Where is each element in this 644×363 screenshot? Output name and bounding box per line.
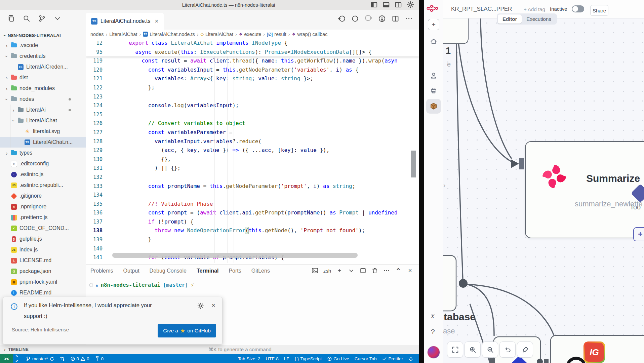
explorer-item--[interactable]: ✓CODE_OF_COND... <box>0 223 86 234</box>
cut-node-top[interactable] <box>443 18 469 44</box>
code-line[interactable]: 138 throw new NodeOperationError(this.ge… <box>86 226 419 235</box>
explorer-item--iteral-i-reden-[interactable]: TSLiteralAiCreden... <box>0 62 86 72</box>
status-item[interactable] <box>57 354 68 363</box>
zoom-out-button[interactable] <box>482 341 498 358</box>
notification-close-icon[interactable]: × <box>211 301 215 309</box>
tab-executions[interactable]: Executions <box>522 14 556 24</box>
add-tag-button[interactable]: + Add tag <box>524 6 545 12</box>
plus-icon[interactable]: + <box>336 267 343 274</box>
code-line[interactable]: 121 variables: Array<{ key: string; valu… <box>86 74 419 83</box>
status-item[interactable] <box>406 354 416 363</box>
package-icon[interactable] <box>430 103 437 110</box>
split-editor-icon[interactable] <box>360 267 366 274</box>
explorer-item--editorconfig[interactable]: e.editorconfig <box>0 158 86 169</box>
sticky-line[interactable]: 95 async execute(this: IExecuteFunctions… <box>86 48 419 57</box>
code-line[interactable]: 127 const variablesParameter = <box>86 128 419 137</box>
notification-gear-icon[interactable] <box>197 302 204 309</box>
copy-icon[interactable] <box>7 15 15 22</box>
explorer-item--vscode[interactable]: ›.vscode <box>0 40 86 51</box>
fit-view-button[interactable] <box>447 341 463 358</box>
explorer-item-gulpfile-js[interactable]: ggulpfile.js <box>0 234 86 244</box>
explorer-item-literalai-svg[interactable]: ✳literalai.svg <box>0 126 86 137</box>
tab-editor[interactable]: Editor <box>498 14 522 24</box>
breadcrumb-item[interactable]: ◇LiteralAiChat <box>201 32 233 37</box>
trash-icon[interactable] <box>371 267 378 274</box>
code-line[interactable]: 131 ) || {}; <box>86 164 419 173</box>
panel-tab-terminal[interactable]: Terminal <box>197 268 219 276</box>
history-back-icon[interactable] <box>338 15 346 23</box>
explorer-item--prettierrc-js[interactable]: .prettierrc.js <box>0 212 86 223</box>
code-line[interactable]: 120 const variablesInput = this.getNodeP… <box>86 66 419 75</box>
circle-icon[interactable] <box>351 15 359 23</box>
code-line[interactable]: 132 <box>86 173 419 182</box>
code-line[interactable]: 137 if (!prompt) { <box>86 217 419 227</box>
undo-button[interactable] <box>499 341 516 358</box>
explorer-item-nodes[interactable]: ›nodes <box>0 94 86 105</box>
horizontal-scrollbar[interactable] <box>112 253 358 258</box>
status-item[interactable]: 00 <box>68 354 92 363</box>
explorer-item-index-js[interactable]: JSindex.js <box>0 244 86 255</box>
explorer-item--iteral-i-hat-n-[interactable]: TSLiteralAiChat.n... <box>0 137 86 148</box>
status-item[interactable]: LF <box>281 354 292 363</box>
code-line[interactable]: 133 const promptName = this.getNodeParam… <box>86 182 419 191</box>
printer-icon[interactable] <box>430 87 437 94</box>
explorer-item-credentials[interactable]: ›credentials <box>0 51 86 62</box>
layout-sidebar-left-icon[interactable] <box>370 1 378 8</box>
remote-indicator[interactable]: >< <box>0 354 13 363</box>
code-line[interactable]: 119 const result = await client.thread({… <box>86 56 419 66</box>
breadcrumb-item[interactable]: ❖execute <box>239 32 261 37</box>
run-icon[interactable] <box>378 15 386 23</box>
code-line[interactable]: 122 }; <box>86 83 419 92</box>
chevron-down-icon[interactable] <box>54 15 61 22</box>
status-item[interactable]: 0 <box>92 354 107 363</box>
explorer-item--iteral-i-hat[interactable]: ›LiteralAiChat <box>0 115 86 126</box>
status-item[interactable]: UTF-8 <box>263 354 281 363</box>
breadcrumb-item[interactable]: TSLiteralAiChat.node.ts <box>143 32 195 37</box>
more-icon[interactable] <box>383 267 390 274</box>
status-item[interactable]: Tab Size: 2 <box>235 354 263 363</box>
close-icon[interactable]: × <box>407 267 413 274</box>
status-item[interactable]: >< <box>13 354 23 363</box>
code-line[interactable]: 136 const prompt = (await client.api.get… <box>86 208 419 217</box>
code-line[interactable]: 128 variablesInput.variables?.reduce( <box>86 137 419 146</box>
code-line[interactable]: 129 (acc, { key, value }) => ({ ...acc, … <box>86 146 419 155</box>
workflow-title[interactable]: KR_RPT_SLAC...PPER <box>451 6 512 12</box>
zoom-in-button[interactable] <box>465 341 481 358</box>
code-line[interactable]: 135 //! Validation Phase <box>86 200 419 209</box>
status-item[interactable]: Prettier <box>379 354 406 363</box>
status-item[interactable]: { }TypeScript <box>292 354 325 363</box>
explorer-item-dist[interactable]: ›dist <box>0 72 86 83</box>
chevdn-icon[interactable] <box>348 267 355 274</box>
explorer-item-package-json[interactable]: {}package.json <box>0 266 86 277</box>
sticky-line[interactable]: 12export class LiteralAiChat implements … <box>86 39 419 48</box>
node-summarize[interactable]: Summarize summarize_newlette <box>525 141 644 238</box>
add-tool-button[interactable]: + <box>633 227 644 241</box>
status-item[interactable]: Go Live <box>324 354 352 363</box>
source-control-icon[interactable] <box>38 15 46 22</box>
tab-literalaichat-node-ts[interactable]: TS LiteralAiChat.node.ts × <box>86 13 164 30</box>
explorer-item--iteral-i[interactable]: ›LiteralAi <box>0 105 86 115</box>
explorer-item-types[interactable]: ›types <box>0 148 86 158</box>
code-editor[interactable]: 12export class LiteralAiChat implements … <box>86 39 419 264</box>
split-editor-icon[interactable] <box>392 15 399 23</box>
history-forward-icon[interactable] <box>365 15 372 23</box>
user-avatar[interactable] <box>428 346 440 358</box>
terminal-icon[interactable] <box>312 267 318 274</box>
breadcrumb-item[interactable]: nodes <box>90 32 104 37</box>
terminal-prompt[interactable]: ▲ n8n-nodes-literalai [master] ⚡ <box>89 282 194 288</box>
share-button[interactable]: Share <box>590 5 608 16</box>
code-line[interactable]: 123 <box>86 92 419 102</box>
status-item[interactable]: master* <box>23 354 57 363</box>
more-icon[interactable] <box>405 15 413 23</box>
variables-x-icon[interactable]: x <box>430 312 434 320</box>
code-line[interactable]: 134 <box>86 191 419 200</box>
panel-tab-output[interactable]: Output <box>123 268 139 276</box>
explorer-item-node-modules[interactable]: ›node_modules <box>0 83 86 94</box>
code-line[interactable]: 130 {}, <box>86 155 419 164</box>
code-line[interactable]: 126 // Convert variables to object <box>86 119 419 128</box>
breadcrumb-item[interactable]: [∅]result <box>267 32 286 37</box>
n8n-logo-icon[interactable] <box>427 4 439 13</box>
search-icon[interactable] <box>23 15 30 22</box>
sidebar-expand-icon[interactable]: › <box>443 182 445 189</box>
tidy-button[interactable] <box>517 341 533 358</box>
